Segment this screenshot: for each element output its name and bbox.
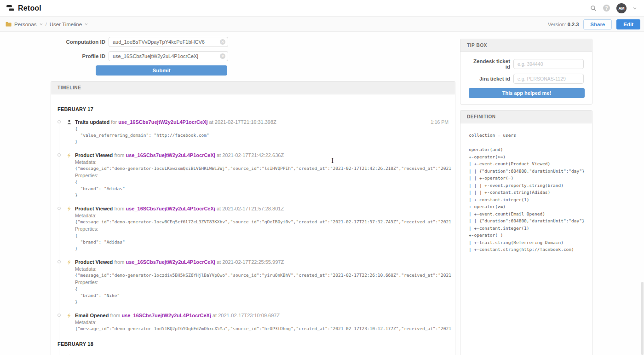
page-scrollbar[interactable] [641, 282, 644, 355]
clear-profile-icon[interactable]: ✕ [220, 53, 225, 59]
event-metadata: {"message_id":"demo-generator-1od51BQ2pT… [75, 326, 451, 332]
timeline-event: Product Viewed from use_16SCbs7uejtW2y2u… [58, 152, 448, 198]
jira-ticket-label: Jira ticket id [469, 76, 513, 81]
spark-icon [67, 260, 71, 265]
account-chevron-down-icon[interactable] [633, 7, 637, 10]
breadcrumb: Personas / User Timeline [6, 22, 88, 27]
retool-logo-icon [6, 4, 15, 12]
event-marker-icon [58, 153, 61, 157]
search-icon[interactable] [590, 5, 597, 12]
event-marker-icon [58, 207, 61, 210]
event-metadata: {"message_id":"demo-generator-1ocuLKxwzx… [75, 165, 451, 172]
tip-box-header: TIP BOX [460, 39, 592, 52]
event-metadata: {"message_id":"demo-generator-1oczdiv5BH… [75, 272, 451, 279]
event-properties: { "brand": "Adidas" } [75, 179, 448, 198]
share-button[interactable]: Share [583, 19, 612, 29]
properties-label: Properties: [75, 226, 448, 232]
breadcrumb-app[interactable]: User Timeline [50, 22, 82, 27]
timeline-day-heading: FEBRUARY 17 [58, 106, 448, 112]
properties-label: Properties: [75, 279, 448, 285]
avatar[interactable]: AM [616, 3, 627, 13]
help-icon[interactable]: ? [603, 5, 610, 12]
metadata-label: Metadata: [75, 266, 448, 272]
profile-link[interactable]: use_16SCbs7uejtW2y2uL4P1ocrCeXj [121, 313, 211, 318]
profile-id-input[interactable] [109, 51, 228, 61]
event-title: Product Viewed [75, 259, 113, 265]
app-chevron-down-icon[interactable] [85, 23, 88, 25]
event-local-time: 1:16 PM [431, 119, 448, 125]
metadata-label: Metadata: [75, 159, 448, 165]
timeline-day-heading: FEBRUARY 18 [58, 341, 448, 347]
timeline-panel: TIMELINE FEBRUARY 17 Traits updated for … [51, 81, 455, 355]
computation-id-input[interactable] [109, 37, 228, 47]
event-title: Product Viewed [75, 206, 113, 211]
submit-button[interactable]: Submit [96, 65, 227, 76]
computation-id-label: Computation ID [64, 39, 109, 45]
profile-link[interactable]: use_16SCbs7uejtW2y2uL4P1ocrCeXj [126, 259, 215, 265]
user-icon [67, 120, 71, 124]
event-json-body: { "value_referrering_domain": "http://fa… [75, 126, 448, 145]
folder-chevron-down-icon[interactable] [40, 23, 43, 25]
spark-icon [67, 206, 71, 211]
jira-ticket-input[interactable] [513, 74, 584, 84]
timeline-panel-header: TIMELINE [51, 81, 455, 94]
event-title: Traits updated [75, 119, 109, 125]
timeline-event: Product Viewed from use_16SCbs7uejtW2y2u… [58, 259, 448, 305]
profile-link[interactable]: use_16SCbs7uejtW2y2uL4P1ocrCeXj [126, 206, 215, 211]
breadcrumb-folder[interactable]: Personas [14, 22, 37, 27]
timeline-event: Email Opened from use_16SCbs7uejtW2y2uL4… [58, 313, 448, 332]
properties-label: Properties: [75, 172, 448, 179]
event-title: Product Viewed [75, 152, 113, 158]
folder-icon [6, 22, 12, 27]
event-properties: { "brand": "Adidas" } [75, 233, 448, 252]
metadata-label: Metadata: [75, 319, 448, 326]
profile-link[interactable]: use_16SCbs7uejtW2y2uL4P1ocrCeXj [118, 119, 207, 125]
definition-panel: DEFINITION collection = users operator(a… [460, 110, 592, 355]
retool-logo[interactable]: Retool [6, 4, 41, 12]
event-marker-icon [58, 314, 61, 317]
metadata-label: Metadata: [75, 212, 448, 219]
query-form: Computation ID ✕ Profile ID ✕ Submit [64, 37, 228, 76]
timeline-event: Product Viewed from use_16SCbs7uejtW2y2u… [58, 206, 448, 252]
edit-button[interactable]: Edit [616, 19, 640, 29]
profile-link[interactable]: use_16SCbs7uejtW2y2uL4P1ocrCeXj [126, 152, 215, 158]
event-title: Email Opened [75, 313, 109, 318]
definition-code: collection = users operator(and) +-opera… [460, 123, 592, 253]
top-navigation-bar: Retool ? AM [0, 0, 644, 17]
spark-icon [67, 153, 71, 158]
zendesk-ticket-input[interactable] [513, 59, 584, 69]
timeline-event: Traits updated for use_16SCbs7uejtW2y2uL… [58, 119, 448, 145]
spark-icon [67, 313, 71, 318]
clear-computation-icon[interactable]: ✕ [220, 39, 225, 45]
tip-box-panel: TIP BOX Zendesk ticket id Jira ticket id… [460, 39, 592, 105]
text-cursor: I [331, 157, 334, 164]
profile-id-label: Profile ID [64, 53, 109, 59]
page: Retool ? AM Personas [0, 0, 644, 355]
app-header-bar: Personas / User Timeline Version: 0.2.3 … [0, 17, 644, 32]
app-helped-button[interactable]: This app helped me! [469, 88, 585, 98]
event-properties: { "brand": "Nike" } [75, 286, 448, 305]
definition-header: DEFINITION [460, 111, 592, 123]
event-marker-icon [58, 260, 61, 263]
breadcrumb-separator: / [46, 22, 47, 27]
event-marker-icon [58, 120, 61, 123]
brand-name: Retool [18, 4, 41, 12]
event-metadata: {"message_id":"demo-generator-1ocwBCEqSc… [75, 219, 451, 225]
zendesk-ticket-label: Zendesk ticket id [469, 58, 513, 70]
version-text: Version: 0.2.3 [548, 22, 579, 27]
